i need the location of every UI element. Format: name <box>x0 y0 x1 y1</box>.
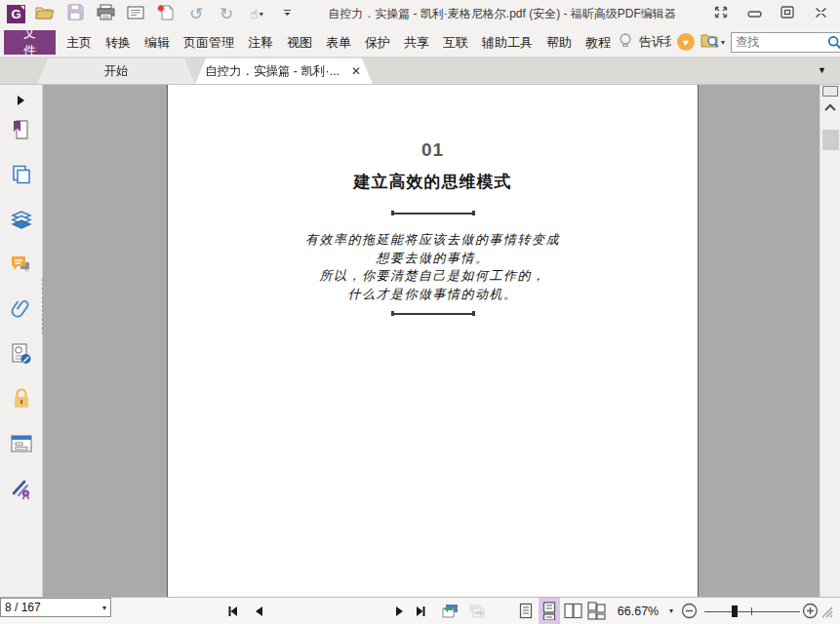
expand-panel-button[interactable] <box>0 85 42 108</box>
page-number-caret-icon: ▾ <box>102 604 106 612</box>
tab-connect[interactable]: 互联 <box>436 30 475 55</box>
open-file-button[interactable] <box>34 4 56 23</box>
fields-panel-button[interactable] <box>0 422 42 467</box>
digital-signatures-panel-button[interactable] <box>0 332 42 377</box>
document-view[interactable]: 01 建立高效的思维模式 有效率的拖延能将应该去做的事情转变成 想要去做的事情。… <box>43 85 820 597</box>
tab-help[interactable]: 帮助 <box>540 30 579 55</box>
tab-start-page[interactable]: 开始 <box>37 58 195 84</box>
close-button[interactable] <box>812 6 829 21</box>
expand-arrows-icon <box>714 6 728 21</box>
tab-protect[interactable]: 保护 <box>358 30 397 55</box>
tab-edit[interactable]: 编辑 <box>138 30 177 55</box>
page-thumbnails-icon <box>11 164 32 188</box>
tab-close-icon[interactable]: ✕ <box>349 64 363 78</box>
page-number-field[interactable]: 8 / 167 ▾ <box>0 598 111 617</box>
zoom-dropdown-caret-icon[interactable]: ▾ <box>669 598 673 624</box>
tell-me-label[interactable]: 告诉我 <box>639 33 671 51</box>
tab-view[interactable]: 视图 <box>280 30 319 55</box>
folder-search-icon <box>700 32 720 52</box>
tab-accessibility[interactable]: 辅助工具 <box>475 30 540 55</box>
tab-tutorial[interactable]: 教程 <box>579 30 618 55</box>
chapter-number: 01 <box>168 139 698 161</box>
lightbulb-icon[interactable] <box>618 32 633 53</box>
pdf-page[interactable]: 01 建立高效的思维模式 有效率的拖延能将应该去做的事情转变成 想要去做的事情。… <box>167 85 699 597</box>
zoom-out-button[interactable] <box>681 598 698 624</box>
undo-icon: ↺ <box>189 6 203 22</box>
layers-panel-button[interactable] <box>0 198 42 243</box>
hand-tool-caret-icon: ▾ <box>260 10 263 19</box>
hand-tool-icon: ☝ <box>250 6 259 21</box>
tab-share[interactable]: 共享 <box>397 30 436 55</box>
zoom-level-value[interactable]: 66.67% <box>611 598 665 624</box>
quick-access-toolbar: G <box>0 4 298 23</box>
paperclip-icon <box>11 297 32 324</box>
foxit-logo-icon[interactable]: G <box>7 5 25 23</box>
single-page-view-button[interactable] <box>515 598 537 624</box>
tab-current-document[interactable]: 自控力．实操篇 - 凯利·... ✕ <box>195 58 373 84</box>
facing-page-view-button[interactable] <box>562 598 583 624</box>
section-divider <box>168 211 698 215</box>
search-icon[interactable] <box>827 35 840 50</box>
previous-page-button[interactable] <box>254 598 264 624</box>
tab-home[interactable]: 主页 <box>60 30 99 55</box>
epigraph-line: 想要去做的事情。 <box>168 250 698 268</box>
bookmark-icon <box>11 119 32 143</box>
scrollbar-thumb[interactable] <box>822 130 839 150</box>
section-divider <box>168 311 698 316</box>
close-icon <box>815 7 827 21</box>
sign-panel-button[interactable] <box>0 467 42 512</box>
tab-list-dropdown-icon[interactable]: ▼ <box>818 65 826 75</box>
zoom-slider-track[interactable] <box>704 611 800 613</box>
continuous-facing-view-button[interactable] <box>585 598 607 624</box>
document-tab-bar: 开始 自控力．实操篇 - 凯利·... ✕ ▼ <box>0 57 840 85</box>
resize-grip-icon[interactable] <box>820 598 833 624</box>
hand-tool-button[interactable]: ☝ ▾ <box>246 4 267 23</box>
split-view-handle[interactable] <box>822 86 838 97</box>
fullscreen-button[interactable] <box>712 6 730 21</box>
foxit-pdf-editor-window: G <box>0 0 840 624</box>
file-menu-button[interactable]: 文件 <box>4 30 56 55</box>
epigraph-line: 什么才是你做事情的动机。 <box>168 286 698 304</box>
comments-panel-button[interactable] <box>0 243 42 288</box>
lock-icon <box>11 387 32 413</box>
last-page-button[interactable] <box>414 598 426 624</box>
first-page-button[interactable] <box>227 598 240 624</box>
ribbon-tab-bar: 文件 主页 转换 编辑 页面管理 注释 视图 表单 保护 共享 互联 辅助工具 … <box>0 27 840 57</box>
undo-button[interactable]: ↺ <box>185 4 207 23</box>
next-view-button[interactable] <box>465 598 487 624</box>
epigraph-line: 所以，你要清楚自己是如何工作的， <box>168 267 698 286</box>
folder-search-caret-icon: ▾ <box>721 38 725 47</box>
feedback-heart-icon[interactable]: ♥ <box>677 33 695 51</box>
signature-pen-icon <box>10 477 33 503</box>
comments-icon <box>10 254 33 278</box>
redo-button[interactable]: ↻ <box>216 4 237 23</box>
customize-quick-access-button[interactable] <box>276 4 298 23</box>
tab-convert[interactable]: 转换 <box>99 30 138 55</box>
tab-organize[interactable]: 页面管理 <box>177 30 241 55</box>
email-button[interactable] <box>125 4 146 23</box>
zoom-slider-handle[interactable] <box>732 605 738 617</box>
create-pdf-button[interactable] <box>155 4 177 23</box>
minimize-button[interactable] <box>745 6 763 21</box>
vertical-scrollbar[interactable] <box>820 85 840 597</box>
continuous-page-view-button[interactable] <box>539 598 560 624</box>
open-folder-icon <box>35 5 55 23</box>
security-settings-panel-button[interactable] <box>0 377 42 422</box>
save-button[interactable] <box>64 4 86 23</box>
customize-toolbar-icon <box>283 7 292 20</box>
zoom-in-button[interactable] <box>802 598 819 624</box>
search-documents-button[interactable]: ▾ <box>700 32 725 52</box>
restore-button[interactable] <box>779 6 796 21</box>
scroll-up-icon[interactable] <box>823 101 837 115</box>
print-button[interactable] <box>95 4 116 23</box>
title-bar: G <box>0 0 840 27</box>
attachments-panel-button[interactable] <box>0 288 42 332</box>
tab-comment[interactable]: 注释 <box>241 30 280 55</box>
search-input[interactable] <box>732 35 827 49</box>
tab-label: 开始 <box>104 63 129 80</box>
next-page-button[interactable] <box>394 598 405 624</box>
previous-view-button[interactable] <box>439 598 460 624</box>
page-thumbnails-panel-button[interactable] <box>0 153 42 198</box>
tab-form[interactable]: 表单 <box>319 30 358 55</box>
bookmarks-panel-button[interactable] <box>0 108 42 153</box>
